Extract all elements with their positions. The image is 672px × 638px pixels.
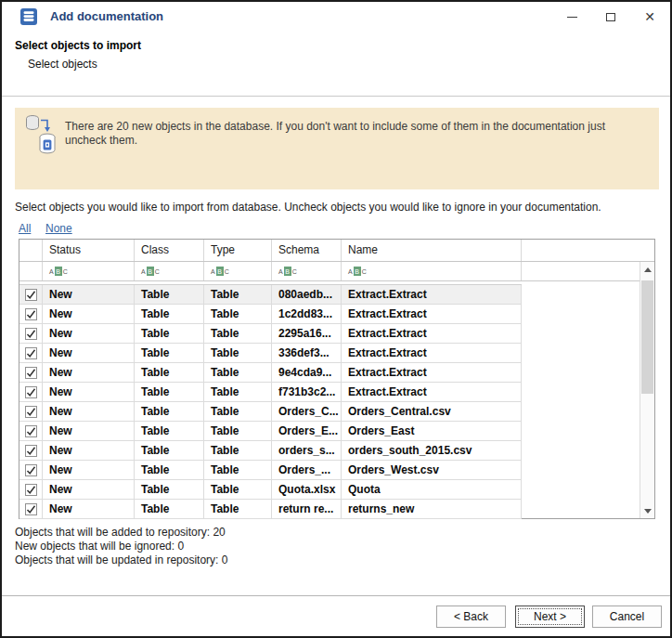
cell-name: Extract.Extract	[342, 344, 522, 363]
cell-class: Table	[135, 480, 204, 500]
cell-schema: orders_s...	[272, 441, 342, 461]
scrollbar-thumb[interactable]	[641, 280, 653, 394]
cell-name: Extract.Extract	[342, 363, 522, 383]
column-header-empty	[522, 240, 654, 261]
filter-cell-class[interactable]: ABC	[135, 262, 204, 280]
filter-cell-name[interactable]: ABC	[342, 262, 522, 280]
cell-class: Table	[135, 402, 204, 422]
select-all-link[interactable]: All	[19, 222, 31, 235]
table-row[interactable]: New Table Table 1c2dd83... Extract.Extra…	[19, 305, 522, 324]
next-button[interactable]: Next >	[515, 605, 585, 628]
close-button[interactable]: ✕	[637, 4, 663, 30]
summary-added: Objects that will be added to repository…	[15, 526, 227, 540]
cell-type: Table	[204, 305, 272, 324]
database-import-icon	[24, 113, 61, 159]
cell-name: Extract.Extract	[342, 305, 522, 324]
filter-cell-status[interactable]: ABC	[43, 262, 135, 280]
row-checkbox[interactable]	[19, 500, 43, 519]
cell-status: New	[43, 422, 135, 441]
column-header-status[interactable]: Status	[43, 240, 135, 261]
checkbox-checked-icon	[25, 484, 37, 496]
checkbox-checked-icon	[25, 503, 37, 515]
scroll-down-button[interactable]	[640, 503, 654, 518]
summary-block: Objects that will be added to repository…	[15, 526, 227, 567]
page-subtitle: Select objects	[28, 58, 97, 71]
filter-cell-empty	[522, 262, 640, 280]
vertical-scrollbar[interactable]	[640, 262, 654, 518]
scroll-up-icon	[644, 267, 652, 272]
cell-schema: 080aedb...	[272, 285, 342, 305]
app-logo-icon	[20, 8, 37, 25]
cell-class: Table	[135, 422, 204, 441]
table-row[interactable]: New Table Table 336def3... Extract.Extra…	[19, 344, 522, 363]
minimize-button[interactable]	[559, 4, 585, 30]
table-row[interactable]: New Table Table orders_s... orders_south…	[19, 441, 522, 461]
cell-name: Orders_Central.csv	[342, 402, 522, 422]
abc-filter-icon: ABC	[278, 267, 297, 276]
row-checkbox[interactable]	[19, 363, 43, 383]
cell-schema: 2295a16...	[272, 324, 342, 344]
cell-status: New	[43, 461, 135, 480]
row-checkbox[interactable]	[19, 285, 43, 305]
cell-status: New	[43, 402, 135, 422]
cell-class: Table	[135, 285, 204, 305]
table-row[interactable]: New Table Table 2295a16... Extract.Extra…	[19, 324, 522, 344]
table-row[interactable]: New Table Table 9e4cda9... Extract.Extra…	[19, 363, 522, 383]
filter-cell-type[interactable]: ABC	[204, 262, 272, 280]
filter-cell-schema[interactable]: ABC	[272, 262, 342, 280]
row-checkbox[interactable]	[19, 461, 43, 480]
cell-schema: Orders_...	[272, 461, 342, 480]
table-row[interactable]: New Table Table Orders_C... Orders_Centr…	[19, 402, 522, 422]
row-checkbox[interactable]	[19, 305, 43, 324]
select-none-link[interactable]: None	[45, 222, 72, 235]
cell-class: Table	[135, 324, 204, 344]
cell-type: Table	[204, 461, 272, 480]
abc-filter-icon: ABC	[211, 267, 229, 276]
table-row[interactable]: New Table Table return re... returns_new	[19, 500, 522, 519]
column-header-type[interactable]: Type	[204, 240, 272, 261]
cell-class: Table	[135, 461, 204, 480]
cell-schema: Orders_C...	[272, 402, 342, 422]
cell-status: New	[43, 344, 135, 363]
checkbox-checked-icon	[25, 289, 37, 301]
row-checkbox[interactable]	[19, 402, 43, 422]
checkbox-checked-icon	[25, 386, 37, 398]
scroll-up-button[interactable]	[640, 262, 654, 277]
footer-divider	[2, 595, 670, 596]
cell-name: Orders_East	[342, 422, 522, 441]
column-header-class[interactable]: Class	[135, 240, 204, 261]
checkbox-checked-icon	[25, 445, 37, 457]
column-header-checkbox[interactable]	[19, 240, 43, 261]
table-row[interactable]: New Table Table Orders_... Orders_West.c…	[19, 461, 522, 480]
cell-type: Table	[204, 402, 272, 422]
summary-updated: Objects that will be updated in reposito…	[15, 553, 227, 567]
row-checkbox[interactable]	[19, 441, 43, 461]
cell-schema: Quota.xlsx	[272, 480, 342, 500]
table-row[interactable]: New Table Table f731b3c2... Extract.Extr…	[19, 383, 522, 402]
back-button[interactable]: < Back	[436, 605, 506, 628]
cell-type: Table	[204, 383, 272, 402]
checkbox-checked-icon	[25, 425, 37, 437]
cell-type: Table	[204, 363, 272, 383]
cell-name: Extract.Extract	[342, 383, 522, 402]
row-checkbox[interactable]	[19, 344, 43, 363]
table-row[interactable]: New Table Table Orders_E... Orders_East	[19, 422, 522, 441]
cell-status: New	[43, 383, 135, 402]
maximize-button[interactable]	[598, 4, 624, 30]
row-checkbox[interactable]	[19, 422, 43, 441]
table-row[interactable]: New Table Table 080aedb... Extract.Extra…	[19, 285, 522, 305]
row-checkbox[interactable]	[19, 383, 43, 402]
abc-filter-icon: ABC	[141, 267, 160, 276]
row-checkbox[interactable]	[19, 480, 43, 500]
cell-name: returns_new	[342, 500, 522, 519]
cell-status: New	[43, 324, 135, 344]
instruction-text: Select objects you would like to import …	[15, 201, 601, 214]
filter-cell-checkbox	[19, 262, 43, 280]
table-row[interactable]: New Table Table Quota.xlsx Quota	[19, 480, 522, 500]
column-header-name[interactable]: Name	[342, 240, 522, 261]
checkbox-checked-icon	[25, 347, 37, 359]
row-checkbox[interactable]	[19, 324, 43, 344]
column-header-schema[interactable]: Schema	[272, 240, 342, 261]
cancel-button[interactable]: Cancel	[592, 605, 662, 628]
cell-class: Table	[135, 441, 204, 461]
